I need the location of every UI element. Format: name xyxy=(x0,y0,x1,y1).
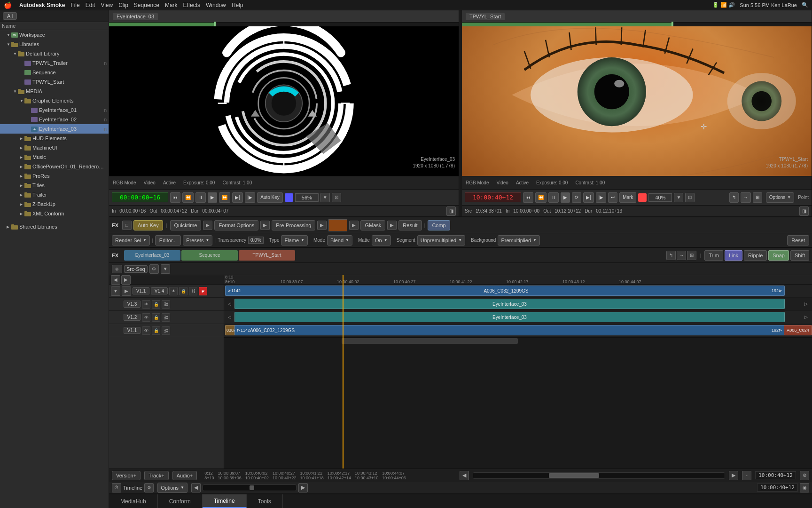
step-fwd-btn[interactable]: ▶| xyxy=(232,192,243,203)
pre-proc-expand[interactable]: ▶ xyxy=(317,221,327,230)
segment-btn[interactable]: Unpremultiplied xyxy=(417,235,465,246)
track-v13-label[interactable]: V1.3 xyxy=(124,301,141,308)
nav-left-btn[interactable]: ◀ xyxy=(191,483,201,492)
track-v13-link[interactable]: ⛓ xyxy=(162,300,170,309)
go-to-out-btn[interactable]: |▶ xyxy=(245,192,256,203)
comp-btn[interactable]: Comp xyxy=(428,220,450,230)
track-lock-icon[interactable]: 🔒 xyxy=(179,287,187,295)
timeline-icon[interactable]: ⏱ xyxy=(112,483,121,492)
render-sel-btn[interactable]: Render Sel xyxy=(112,235,150,246)
presets-btn[interactable]: Presets xyxy=(183,235,212,246)
zoom-out-btn[interactable]: - xyxy=(742,471,751,480)
viewer-left-in[interactable]: 00:00:00+16 xyxy=(119,208,146,214)
clip-a006-row4[interactable]: ⊳1142 A006_C032_1209GS 192⊳ xyxy=(234,325,785,335)
format-options-btn[interactable]: Format Options xyxy=(214,220,258,230)
viewer-left-timecode[interactable]: 00:00:00+16 xyxy=(112,192,168,202)
snap-btn[interactable]: Snap xyxy=(768,250,789,261)
ripple-btn[interactable]: Ripple xyxy=(744,250,767,261)
menu-help[interactable]: Help xyxy=(232,2,243,8)
track-v11-expand[interactable]: ▶ xyxy=(122,286,131,296)
timeline-scroll-thumb[interactable] xyxy=(342,338,518,344)
thumbnail-expand[interactable]: ▶ xyxy=(349,221,359,230)
bottom-scroll-track[interactable] xyxy=(203,484,297,491)
timeline-tc-display[interactable]: 10:00:40+12 xyxy=(755,471,796,479)
viewer-right-in[interactable]: 10:00:00+00 xyxy=(513,208,539,214)
quicktime-btn[interactable]: Quicktime xyxy=(170,220,202,230)
timeline-settings-btn[interactable]: ⚙ xyxy=(800,471,809,480)
src-seq-dropdown[interactable]: Src-Seq xyxy=(124,265,148,273)
r-loop-btn[interactable]: ⟳ xyxy=(572,192,581,203)
search-icon[interactable]: 🔍 xyxy=(802,2,808,8)
track-v11-solo-label[interactable]: V1.1 xyxy=(124,327,141,334)
footer-tab-mediahub[interactable]: MediaHub xyxy=(109,494,158,508)
matte-btn[interactable]: On xyxy=(372,235,391,246)
background-btn[interactable]: Premultiplied xyxy=(498,235,540,246)
transparency-value[interactable]: 0.0% xyxy=(248,237,264,244)
clip-sequence[interactable]: Sequence xyxy=(181,250,238,261)
menu-window[interactable]: Window xyxy=(206,2,226,8)
sidebar-item-trailer[interactable]: Trailer xyxy=(0,190,109,199)
quicktime-expand[interactable]: ▶ xyxy=(203,221,212,230)
track-v11-lock[interactable]: 🔒 xyxy=(152,326,160,335)
trim-btn[interactable]: Trim xyxy=(704,250,723,261)
clip-a006-row1[interactable]: ⊳1142 A006_C032_1209GS 192⊳ xyxy=(225,286,785,296)
r-send-btn[interactable]: → xyxy=(741,192,751,203)
playhead[interactable] xyxy=(343,275,344,468)
fit-btn-right[interactable]: ⊡ xyxy=(685,193,695,202)
r-pause-btn[interactable]: ⏸ xyxy=(548,192,559,203)
sidebar-item-eye-interface-03[interactable]: ⊕ EyeInterface_03 n xyxy=(0,124,109,134)
viewer-right-dur[interactable]: 00:12:10+13 xyxy=(596,208,622,214)
viewer-right-out[interactable]: 10:12:10+12 xyxy=(554,208,581,214)
timeline-settings-icon[interactable]: ⚙ xyxy=(144,483,154,492)
menu-view[interactable]: View xyxy=(101,2,113,8)
r-link-btn[interactable]: ↰ xyxy=(729,192,739,203)
viewer-right-timecode[interactable]: 10:00:40+12 xyxy=(465,192,521,202)
sidebar-item-media[interactable]: MEDIA xyxy=(0,87,109,96)
src-seq-settings[interactable]: ⚙ xyxy=(149,264,159,274)
viewer-right-tab-label[interactable]: TPWYL_Start xyxy=(466,13,505,20)
track-v12-eye[interactable]: 👁 xyxy=(142,313,150,322)
sidebar-item-titles[interactable]: Titles xyxy=(0,181,109,190)
r-step-fwd-btn[interactable]: ▶| xyxy=(583,192,594,203)
mark-btn-left[interactable]: Auto Key xyxy=(257,192,283,203)
r-go-to-in-btn[interactable]: ⏮ xyxy=(523,192,533,203)
sidebar-item-eye-interface-01[interactable]: EyeInterface_01 n xyxy=(0,105,109,115)
viewer-left-scrub[interactable] xyxy=(109,23,459,26)
zoom-dropdown-right[interactable]: ▼ xyxy=(674,193,683,202)
sidebar-item-xml-conform[interactable]: XML Conform xyxy=(0,209,109,218)
sidebar-item-sequence[interactable]: Sequence xyxy=(0,68,109,77)
collapse-btn[interactable]: ◀ xyxy=(111,275,120,285)
r-misc-btn[interactable]: ⊞ xyxy=(753,192,762,203)
sidebar-item-prores[interactable]: ProRes xyxy=(0,171,109,181)
clip-eye-interface[interactable]: EyeInterface_03 xyxy=(124,250,180,261)
fx-expand-btn[interactable]: □ xyxy=(122,221,132,230)
aspect-btn-right[interactable]: ◨ xyxy=(799,206,809,216)
sidebar-item-shared-libraries[interactable]: Shared Libraries xyxy=(0,222,109,231)
options-btn[interactable]: Options xyxy=(157,483,187,493)
nav-right-btn[interactable]: ▶ xyxy=(298,483,308,492)
sidebar-item-workspace[interactable]: W Workspace xyxy=(0,30,109,40)
r-go-to-out-btn[interactable]: |▶ xyxy=(596,192,607,203)
pre-processing-btn[interactable]: Pre-Processing xyxy=(272,220,315,230)
expand-btn[interactable]: ▶ xyxy=(121,275,131,285)
sidebar-item-graphic-elements[interactable]: Graphic Elements xyxy=(0,96,109,105)
bottom-settings-icon[interactable]: ◉ xyxy=(800,483,809,492)
sidebar-item-z-backup[interactable]: Z-BackUp xyxy=(0,199,109,209)
src-seq-expand[interactable]: ▼ xyxy=(161,264,170,274)
viewer-left-dur[interactable]: 00:00:04+07 xyxy=(202,208,228,214)
menu-edit[interactable]: Edit xyxy=(86,2,95,8)
menu-sequence[interactable]: Sequence xyxy=(134,2,159,8)
mode-btn[interactable]: Blend xyxy=(327,235,352,246)
sidebar-item-machine-ui[interactable]: MachineUI xyxy=(0,143,109,152)
fit-btn-left[interactable]: ⊡ xyxy=(332,193,341,202)
sidebar-item-libraries[interactable]: Libraries xyxy=(0,40,109,49)
gmask-expand[interactable]: ▶ xyxy=(387,221,397,230)
play-forward-btn[interactable]: ⏩ xyxy=(219,192,230,203)
sidebar-item-hud-elements[interactable]: HUD Elements xyxy=(0,134,109,143)
track-v11-eye[interactable]: 👁 xyxy=(142,326,150,335)
sidebar-item-eye-interface-02[interactable]: EyeInterface_02 n xyxy=(0,115,109,124)
apple-menu-icon[interactable]: 🍎 xyxy=(4,1,12,9)
r-rewind-btn[interactable]: ↩ xyxy=(608,192,617,203)
track-plus-btn[interactable]: Track+ xyxy=(144,471,169,480)
trim-link-icon[interactable]: ↰ xyxy=(666,251,676,260)
